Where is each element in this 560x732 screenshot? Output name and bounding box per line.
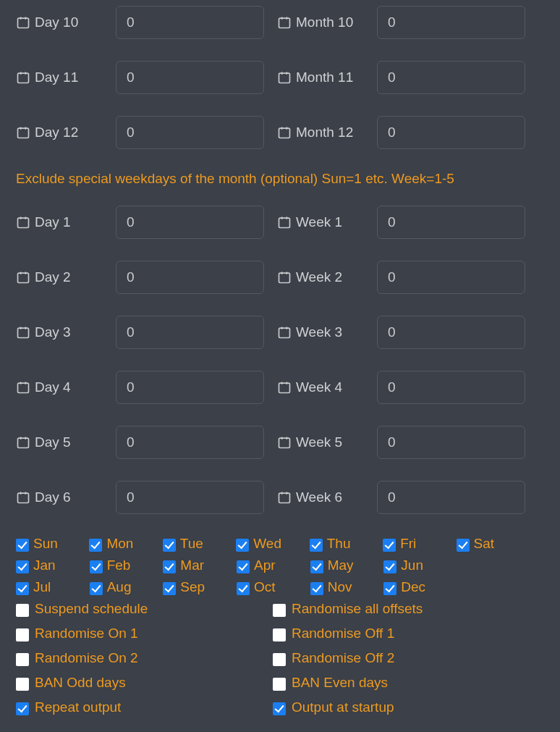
checkbox-apr[interactable] [237,560,250,573]
number-input[interactable] [377,116,525,149]
checkbox-suspend-schedule[interactable] [16,604,29,617]
field-label: Day 6 [16,489,116,505]
field-label: Day 5 [16,434,116,450]
checkbox-label: Thu [327,536,351,552]
checkbox-label: Aug [107,579,132,595]
checkbox-randomise-off-1[interactable] [273,628,286,641]
svg-rect-12 [18,128,29,138]
checkbox-repeat-output[interactable] [16,702,29,715]
checkbox-aug[interactable] [90,582,103,595]
checkbox-sun[interactable] [16,539,29,552]
checkbox-label: Oct [254,579,276,595]
checkbox-thu[interactable] [310,539,323,552]
calendar-icon [16,270,30,285]
checkbox-randomise-on-1[interactable] [16,628,29,641]
number-input[interactable] [116,6,264,39]
svg-rect-15 [279,128,290,138]
checkbox-sat[interactable] [457,539,470,552]
checkbox-ban-even-days[interactable] [273,678,286,691]
number-input[interactable] [377,426,525,459]
svg-rect-42 [18,438,29,447]
checkbox-randomise-on-2[interactable] [16,653,29,666]
checkbox-jan[interactable] [16,560,29,573]
checkbox-randomise-off-2[interactable] [273,653,286,666]
number-input[interactable] [377,261,525,294]
checkbox-oct[interactable] [237,582,250,595]
checkbox-nov[interactable] [310,582,323,595]
field-label-text: Week 1 [296,214,342,230]
field-label: Week 5 [277,434,377,450]
checkbox-fri[interactable] [383,539,396,552]
checkbox-label: Sun [33,536,58,552]
checkbox-dec[interactable] [383,582,396,595]
checkbox-tue[interactable] [163,539,176,552]
field-label: Month 12 [277,125,377,140]
svg-rect-45 [279,438,290,447]
checkbox-ban-odd-days[interactable] [16,678,29,691]
checkbox-label: Tue [180,536,203,552]
option-output-at-startup: Output at startup [273,699,544,715]
number-input[interactable] [116,261,264,294]
checkbox-label: Mar [180,558,204,573]
checkbox-feb[interactable] [90,560,103,573]
field-label-text: Month 11 [296,70,353,85]
field-label-text: Day 11 [35,70,78,85]
checkbox-wed[interactable] [236,539,249,552]
option-ban-odd-days: BAN Odd days [16,675,273,691]
field-label-text: Day 1 [35,214,71,230]
calendar-icon [277,435,292,450]
option-suspend-schedule: Suspend schedule [16,601,273,617]
days-item-mon: Mon [89,536,162,552]
calendar-icon [277,215,292,230]
section-title-exclude-weekdays: Exclude special weekdays of the month (o… [16,171,544,187]
months-item-feb: Feb [90,558,164,573]
week_rows-row: Day 6Week 6 [16,481,544,514]
calendar-icon [16,70,30,85]
checkbox-mon[interactable] [89,539,102,552]
number-input[interactable] [116,316,264,349]
checkbox-sep[interactable] [163,582,176,595]
number-input[interactable] [377,316,525,349]
calendar-icon [16,125,30,140]
checkbox-output-at-startup[interactable] [273,702,286,715]
months-item-mar: Mar [163,558,237,573]
checkbox-may[interactable] [310,560,323,573]
number-input[interactable] [377,371,525,404]
number-input[interactable] [377,61,525,94]
field-label: Week 1 [277,214,377,230]
number-input[interactable] [377,206,525,239]
months-item-aug: Aug [90,579,164,595]
field-label-text: Day 10 [35,14,78,30]
checkbox-randomise-all-offsets[interactable] [273,604,286,617]
field-label-text: Week 6 [296,489,342,505]
number-input[interactable] [116,206,264,239]
week_rows-row: Day 4Week 4 [16,371,544,404]
week_rows-row: Day 2Week 2 [16,261,544,294]
calendar-icon [277,380,292,395]
option-label: Randomise Off 1 [292,626,394,641]
svg-rect-6 [18,73,29,83]
option-label: BAN Odd days [35,675,126,691]
days-item-tue: Tue [163,536,236,552]
field-label: Day 2 [16,269,116,285]
option-label: Randomise On 1 [35,626,138,641]
svg-rect-48 [18,493,29,502]
calendar-icon [16,215,30,230]
number-input[interactable] [116,371,264,404]
number-input[interactable] [116,116,264,149]
number-input[interactable] [377,6,525,39]
number-input[interactable] [116,426,264,459]
number-input[interactable] [116,481,264,514]
checkbox-jul[interactable] [16,582,29,595]
checkbox-label: Mon [106,536,133,552]
field-label-text: Month 12 [296,125,353,140]
svg-rect-36 [18,383,29,392]
months-item-nov: Nov [310,579,384,595]
number-input[interactable] [116,61,264,94]
checkbox-mar[interactable] [163,560,176,573]
svg-rect-0 [18,18,29,28]
calendar-icon [16,325,30,340]
checkbox-jun[interactable] [383,560,396,573]
number-input[interactable] [377,481,525,514]
week_rows-row: Day 1Week 1 [16,206,544,239]
